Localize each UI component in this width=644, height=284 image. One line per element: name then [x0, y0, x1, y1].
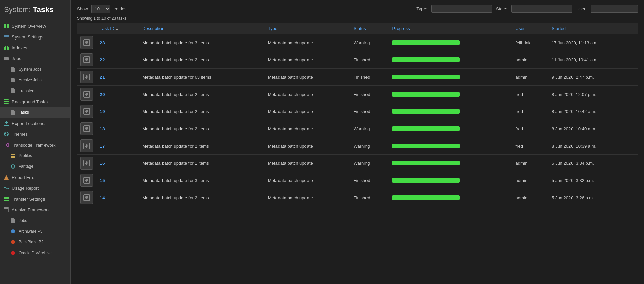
col-started[interactable]: Started: [548, 23, 638, 34]
user-input[interactable]: [591, 5, 638, 13]
col-status[interactable]: Status: [350, 23, 389, 34]
table-row[interactable]: 14 Metadata batch update for 2 items Met…: [77, 189, 638, 206]
page-title: System: Tasks: [0, 3, 70, 19]
svg-rect-8: [7, 36, 8, 37]
svg-rect-27: [11, 154, 13, 155]
svg-rect-1: [7, 24, 9, 26]
task-user: fred: [512, 103, 549, 120]
task-icon: [80, 174, 93, 187]
tasks-table: Task ID Description Type Status Progress…: [77, 23, 638, 206]
sidebar-label: Archive Jobs: [19, 78, 42, 82]
table-row[interactable]: 23 Metadata batch update for 3 items Met…: [77, 34, 638, 51]
svg-rect-7: [5, 35, 6, 36]
sidebar-item-backblaze-b2[interactable]: BackBlaze B2: [0, 237, 70, 248]
task-user: admin: [512, 189, 549, 206]
task-progress: [389, 172, 512, 189]
svg-rect-38: [4, 209, 9, 212]
table-row[interactable]: 19 Metadata batch update for 2 items Met…: [77, 103, 638, 120]
sidebar-item-transfers[interactable]: Transfers: [0, 85, 70, 96]
task-icon-cell: [77, 51, 96, 69]
file-icon: [10, 217, 16, 224]
svg-rect-4: [4, 35, 9, 36]
sidebar-item-system-settings[interactable]: System Settings: [0, 31, 70, 42]
task-started: 8 Jun 2020, 10:42 a.m.: [548, 103, 638, 120]
task-user: admin: [512, 51, 549, 69]
sidebar-item-archive-jobs[interactable]: Archive Jobs: [0, 75, 70, 85]
task-started: 17 Jun 2020, 11:13 a.m.: [548, 34, 638, 51]
svg-point-18: [5, 133, 6, 134]
task-description: Metadata batch update for 1 items: [139, 155, 265, 172]
task-user: fred: [512, 137, 549, 155]
task-id: 20: [96, 86, 139, 103]
sidebar-label: BackBlaze B2: [19, 240, 44, 244]
svg-rect-11: [7, 46, 8, 50]
svg-point-19: [7, 133, 8, 134]
sidebar-item-transfer-settings[interactable]: Transfer Settings: [0, 193, 70, 204]
table-row[interactable]: 21 Metadata batch update for 63 items Me…: [77, 69, 638, 86]
svg-rect-9: [4, 47, 5, 50]
sidebar-item-themes[interactable]: Themes: [0, 129, 70, 139]
table-row[interactable]: 22 Metadata batch update for 2 items Met…: [77, 51, 638, 69]
type-input[interactable]: [431, 5, 492, 13]
col-progress[interactable]: Progress: [389, 23, 512, 34]
task-user: admin: [512, 69, 549, 86]
progress-bar-bg: [392, 144, 460, 148]
sidebar-label: Export Locations: [12, 121, 45, 126]
task-icon-cell: [77, 34, 96, 51]
sidebar-item-profiles[interactable]: Profiles: [0, 150, 70, 161]
col-description[interactable]: Description: [139, 23, 265, 34]
state-input[interactable]: [511, 5, 572, 13]
svg-rect-23: [7, 143, 8, 144]
sidebar-item-indexes[interactable]: Indexes: [0, 42, 70, 53]
sidebar-item-archiware-p5[interactable]: Archiware P5: [0, 226, 70, 237]
sidebar-item-oracle-divarchive[interactable]: Oracle DIVArchive: [0, 248, 70, 258]
col-task-id[interactable]: Task ID: [96, 23, 139, 34]
sidebar-item-usage-report[interactable]: Usage Report: [0, 183, 70, 193]
task-status: Warning: [350, 34, 389, 51]
entries-label: entries: [114, 6, 127, 11]
sidebar-item-af-jobs[interactable]: Jobs: [0, 215, 70, 226]
task-type: Metadata batch update: [265, 137, 350, 155]
task-progress: [389, 155, 512, 172]
task-status: Finished: [350, 51, 389, 69]
progress-bar-fill: [392, 92, 460, 97]
task-type: Metadata batch update: [265, 155, 350, 172]
sidebar-item-background-tasks[interactable]: Background Tasks: [0, 96, 70, 107]
task-status: Finished: [350, 172, 389, 189]
col-type[interactable]: Type: [265, 23, 350, 34]
bar-chart-icon: [3, 45, 9, 51]
task-icon-cell: [77, 69, 96, 86]
layers-icon: [3, 196, 9, 202]
svg-rect-22: [5, 143, 5, 144]
show-select[interactable]: 10 25 50 100: [91, 5, 110, 13]
task-started: 5 Jun 2020, 3:34 p.m.: [548, 155, 638, 172]
svg-rect-28: [13, 154, 15, 155]
task-started: 5 Jun 2020, 3:26 p.m.: [548, 189, 638, 206]
task-icon-cell: [77, 172, 96, 189]
sidebar-item-transcode-framework[interactable]: Transcode Framework: [0, 139, 70, 150]
task-status: Warning: [350, 120, 389, 137]
col-user[interactable]: User: [512, 23, 549, 34]
table-row[interactable]: 20 Metadata batch update for 2 items Met…: [77, 86, 638, 103]
table-row[interactable]: 16 Metadata batch update for 1 items Met…: [77, 155, 638, 172]
sidebar-item-system-jobs[interactable]: System Jobs: [0, 64, 70, 75]
progress-bar-bg: [392, 57, 460, 62]
table-row[interactable]: 18 Metadata batch update for 2 items Met…: [77, 120, 638, 137]
table-row[interactable]: 17 Metadata batch update for 2 items Met…: [77, 137, 638, 155]
user-label: User:: [576, 6, 587, 11]
table-row[interactable]: 15 Metadata batch update for 3 items Met…: [77, 172, 638, 189]
sidebar-label: Background Tasks: [12, 99, 48, 104]
sidebar-item-export-locations[interactable]: Export Locations: [0, 118, 70, 129]
sidebar-item-tasks[interactable]: Tasks: [0, 107, 70, 118]
sidebar-item-archive-framework[interactable]: Archive Framework: [0, 204, 70, 215]
palette-icon: [3, 131, 9, 137]
sidebar-group-main: System Overview System Settings Indexes …: [0, 21, 70, 258]
sidebar-item-report-error[interactable]: Report Error: [0, 172, 70, 183]
sidebar-item-jobs[interactable]: Jobs: [0, 53, 70, 64]
sliders-icon: [3, 34, 9, 40]
sidebar-item-vantage[interactable]: Vantage: [0, 161, 70, 172]
sidebar-item-system-overview[interactable]: System Overview: [0, 21, 70, 31]
sidebar-label: Jobs: [19, 218, 27, 223]
progress-bar-fill: [392, 109, 460, 114]
file-icon: [10, 88, 16, 94]
